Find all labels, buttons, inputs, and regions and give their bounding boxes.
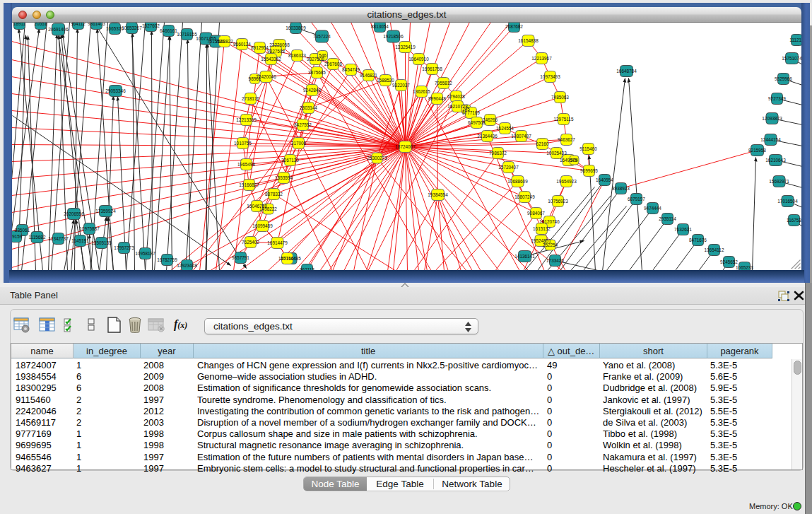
svg-text:20206556: 20206556: [64, 211, 84, 216]
svg-text:9115460: 9115460: [579, 146, 597, 151]
svg-text:12923448: 12923448: [177, 263, 197, 268]
svg-text:8427552: 8427552: [294, 122, 312, 127]
svg-text:12444154: 12444154: [760, 137, 781, 142]
svg-text:2687682: 2687682: [505, 24, 523, 29]
svg-text:9146821: 9146821: [360, 73, 377, 78]
svg-text:25300273: 25300273: [367, 156, 387, 160]
svg-text:1353594: 1353594: [275, 175, 293, 180]
svg-text:1010755: 1010755: [234, 141, 252, 146]
svg-text:1362615: 1362615: [413, 89, 430, 94]
svg-text:19654923: 19654923: [556, 179, 577, 184]
svg-text:8186323: 8186323: [288, 53, 306, 58]
svg-text:13325419: 13325419: [395, 45, 416, 49]
svg-text:8990448: 8990448: [428, 96, 446, 101]
svg-text:20551: 20551: [35, 23, 47, 26]
svg-text:904: 904: [570, 158, 578, 163]
svg-text:19384554: 19384554: [428, 192, 448, 197]
svg-text:116753: 116753: [787, 218, 801, 223]
svg-text:16046788: 16046788: [247, 204, 267, 209]
svg-text:12505135: 12505135: [91, 240, 112, 245]
svg-text:835061: 835061: [15, 228, 30, 233]
svg-text:10958187: 10958187: [135, 251, 155, 256]
svg-text:1733426: 1733426: [546, 258, 564, 263]
svg-text:8878332: 8878332: [265, 192, 283, 197]
svg-text:9245652: 9245652: [720, 259, 738, 264]
svg-text:7485063: 7485063: [551, 95, 569, 100]
svg-text:9329966: 9329966: [775, 76, 792, 81]
svg-text:7986372: 7986372: [489, 151, 507, 156]
svg-text:8215958: 8215958: [748, 148, 766, 153]
svg-text:9777169: 9777169: [462, 110, 480, 115]
svg-text:8912954: 8912954: [251, 45, 269, 50]
svg-text:10973493: 10973493: [540, 74, 560, 79]
svg-text:39159: 39159: [12, 234, 23, 239]
svg-text:3875685: 3875685: [308, 70, 326, 75]
svg-text:964112: 964112: [71, 23, 86, 26]
svg-text:10756923: 10756923: [548, 199, 568, 204]
svg-text:8813054: 8813054: [371, 24, 389, 29]
svg-text:29053346: 29053346: [105, 88, 126, 93]
svg-text:546: 546: [319, 53, 326, 58]
svg-text:15751074: 15751074: [782, 56, 801, 61]
svg-text:1065233: 1065233: [736, 265, 753, 270]
svg-text:9322037: 9322037: [392, 83, 410, 88]
svg-text:17016504: 17016504: [777, 199, 798, 204]
svg-text:3267130: 3267130: [281, 158, 299, 163]
svg-text:16961758: 16961758: [422, 66, 442, 71]
svg-text:10807487: 10807487: [511, 134, 531, 139]
svg-text:18807249: 18807249: [514, 194, 535, 199]
svg-text:19166827: 19166827: [239, 182, 259, 187]
svg-text:9227349: 9227349: [768, 96, 786, 101]
svg-text:12213369: 12213369: [236, 117, 257, 122]
svg-text:17957273: 17957273: [114, 245, 134, 250]
svg-text:1615132: 1615132: [533, 226, 551, 231]
svg-text:317006: 317006: [291, 141, 307, 146]
svg-text:2803144: 2803144: [300, 105, 317, 110]
svg-text:14136141: 14136141: [514, 254, 535, 259]
svg-text:10688609: 10688609: [507, 179, 528, 184]
svg-text:12342737: 12342737: [48, 236, 69, 241]
svg-text:1145191: 1145191: [71, 238, 89, 243]
svg-text:1527602: 1527602: [142, 23, 160, 28]
svg-text:10975887: 10975887: [79, 226, 100, 231]
svg-text:16120746: 16120746: [539, 219, 560, 224]
svg-text:21364436: 21364436: [477, 134, 498, 139]
svg-text:1571644: 1571644: [278, 256, 296, 261]
svg-text:9242848: 9242848: [303, 88, 321, 93]
svg-text:16543362: 16543362: [261, 57, 281, 62]
svg-text:16154838: 16154838: [518, 38, 539, 43]
svg-text:16033809: 16033809: [286, 25, 306, 30]
svg-text:6879197: 6879197: [628, 197, 645, 201]
svg-text:15692971: 15692971: [769, 179, 789, 184]
svg-text:8454749: 8454749: [342, 67, 360, 72]
svg-text:62160: 62160: [536, 141, 549, 146]
svg-text:18724007: 18724007: [395, 144, 416, 149]
svg-text:17359924: 17359924: [95, 209, 116, 214]
svg-text:252254: 252254: [543, 243, 558, 247]
svg-text:2967608: 2967608: [324, 62, 342, 66]
svg-text:9861403: 9861403: [88, 23, 105, 26]
svg-text:7625402: 7625402: [242, 240, 259, 245]
svg-text:10719155: 10719155: [177, 32, 197, 37]
svg-text:12213967: 12213967: [531, 56, 552, 61]
svg-text:16648784: 16648784: [616, 69, 637, 74]
svg-text:746266: 746266: [483, 117, 498, 122]
svg-text:8938923: 8938923: [612, 186, 630, 191]
svg-text:6794028: 6794028: [447, 94, 465, 99]
svg-text:9857791: 9857791: [232, 255, 249, 260]
svg-text:10654112: 10654112: [705, 247, 724, 252]
svg-text:1115682: 1115682: [29, 235, 46, 240]
svg-text:9463627: 9463627: [558, 137, 575, 142]
svg-text:111218: 111218: [789, 37, 801, 42]
svg-text:12975115: 12975115: [554, 117, 574, 122]
svg-text:16782759: 16782759: [157, 257, 177, 262]
svg-text:9699695: 9699695: [580, 168, 598, 173]
svg-text:2718176: 2718176: [242, 96, 259, 101]
svg-text:23226058: 23226058: [269, 42, 290, 47]
svg-text:9327503: 9327503: [267, 49, 285, 54]
svg-text:15720407: 15720407: [498, 165, 519, 170]
svg-text:1588520: 1588520: [377, 78, 394, 83]
svg-text:1640954: 1640954: [596, 177, 613, 182]
svg-text:16914479: 16914479: [267, 240, 288, 245]
svg-text:16210643: 16210643: [765, 158, 786, 163]
